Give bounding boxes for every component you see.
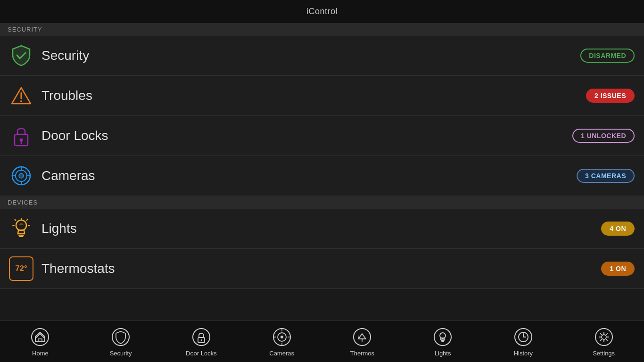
security-icon xyxy=(9,44,33,67)
door-locks-badge: 1 UNLOCKED xyxy=(572,129,635,143)
lights-label: Lights xyxy=(41,221,601,236)
svg-point-2 xyxy=(20,100,22,102)
nav-cameras-label: Cameras xyxy=(269,350,294,357)
nav-cameras[interactable]: Cameras xyxy=(241,327,322,357)
main-content: SECURITY Security DISARMED Troubles 2 IS… xyxy=(0,23,644,321)
shield-nav-icon xyxy=(110,327,131,347)
svg-point-21 xyxy=(32,329,49,346)
security-row[interactable]: Security DISARMED xyxy=(0,36,644,76)
svg-point-48 xyxy=(595,329,612,346)
nav-history-label: History xyxy=(514,350,533,357)
devices-section-label: DEVICES xyxy=(0,196,644,209)
lock-nav-icon xyxy=(191,327,212,347)
thermostats-label: Thermostats xyxy=(41,261,601,276)
svg-point-30 xyxy=(281,336,283,338)
nav-thermos-label: Thermos xyxy=(350,350,374,357)
lights-badge: 4 ON xyxy=(601,222,635,236)
security-section-label: SECURITY xyxy=(0,23,644,36)
nav-settings-label: Settings xyxy=(593,350,615,357)
app-title: iControl xyxy=(306,7,338,16)
app-header: iControl xyxy=(0,0,644,23)
svg-line-56 xyxy=(606,333,607,334)
svg-line-19 xyxy=(15,220,16,221)
nav-thermos[interactable]: Thermos xyxy=(322,327,403,357)
svg-point-49 xyxy=(602,335,606,339)
svg-point-40 xyxy=(434,329,451,346)
svg-point-41 xyxy=(440,333,446,338)
svg-line-57 xyxy=(601,339,602,340)
thermostats-badge: 1 ON xyxy=(601,262,635,276)
svg-line-20 xyxy=(27,220,28,221)
history-nav-icon xyxy=(513,327,534,347)
lights-icon xyxy=(9,217,33,240)
door-locks-row[interactable]: Door Locks 1 UNLOCKED xyxy=(0,116,644,156)
nav-history[interactable]: History xyxy=(483,327,564,357)
nav-door-locks[interactable]: Door Locks xyxy=(161,327,242,357)
troubles-icon xyxy=(9,84,33,107)
door-locks-icon xyxy=(9,124,33,148)
home-icon xyxy=(30,327,50,347)
svg-line-55 xyxy=(606,339,607,340)
svg-point-27 xyxy=(200,339,202,341)
cameras-row[interactable]: Cameras 3 CAMERAS xyxy=(0,156,644,196)
cameras-icon xyxy=(9,164,33,188)
cameras-label: Cameras xyxy=(41,168,577,183)
svg-point-35 xyxy=(354,329,371,346)
thermostats-icon: 72° xyxy=(9,257,33,280)
nav-home-label: Home xyxy=(32,350,49,357)
nav-lights-label: Lights xyxy=(435,350,451,357)
bulb-nav-icon xyxy=(432,327,453,347)
troubles-badge: 2 ISSUES xyxy=(586,89,635,103)
settings-nav-icon xyxy=(594,327,614,347)
thermo-box: 72° xyxy=(9,256,33,281)
nav-lights[interactable]: Lights xyxy=(403,327,483,357)
thermo-nav-icon xyxy=(352,327,372,347)
thermostats-row[interactable]: 72° Thermostats 1 ON xyxy=(0,249,644,289)
nav-settings[interactable]: Settings xyxy=(563,327,644,357)
troubles-row[interactable]: Troubles 2 ISSUES xyxy=(0,76,644,116)
security-badge: DISARMED xyxy=(580,49,635,63)
nav-home[interactable]: Home xyxy=(0,327,81,357)
camera-nav-icon xyxy=(272,327,292,347)
troubles-label: Troubles xyxy=(41,88,586,103)
lights-row[interactable]: Lights 4 ON xyxy=(0,209,644,249)
svg-marker-36 xyxy=(358,334,366,339)
bottom-nav: Home Security Door Locks xyxy=(0,321,644,362)
security-label: Security xyxy=(41,48,580,63)
nav-security[interactable]: Security xyxy=(81,327,161,357)
nav-door-locks-label: Door Locks xyxy=(186,350,217,357)
svg-line-54 xyxy=(601,333,602,334)
nav-security-label: Security xyxy=(110,350,132,357)
cameras-badge: 3 CAMERAS xyxy=(577,169,635,183)
svg-point-8 xyxy=(19,173,24,178)
door-locks-label: Door Locks xyxy=(41,128,572,143)
